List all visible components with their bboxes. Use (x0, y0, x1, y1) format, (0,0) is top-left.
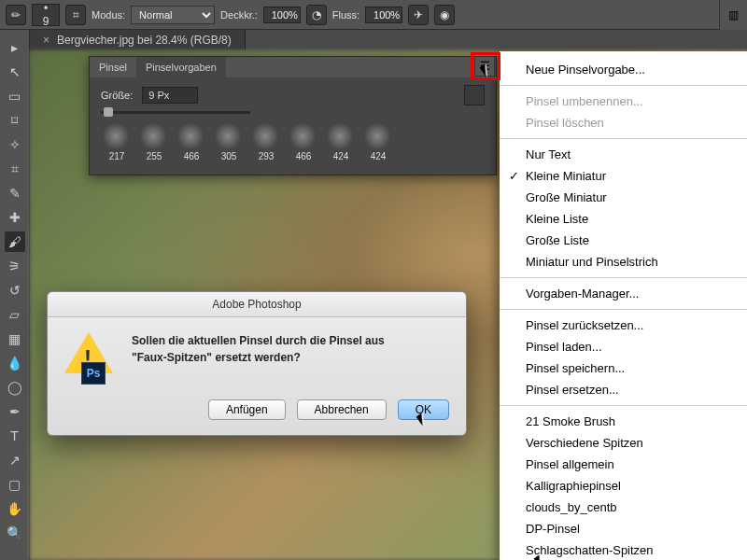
warning-icon: Ps (64, 332, 117, 385)
tab-brush[interactable]: Pinsel (90, 57, 136, 77)
brush-thumbnail[interactable]: 466 (176, 123, 207, 161)
history-brush-tool[interactable]: ↺ (5, 280, 25, 301)
brush-size-label: Größe: (101, 90, 133, 101)
flow-input[interactable] (365, 7, 402, 23)
document-tab[interactable]: × Bergviecher.jpg bei 28.4% (RGB/8) (30, 30, 246, 50)
gradient-tool[interactable]: ▦ (5, 329, 25, 349)
menu-replace-brushes[interactable]: Pinsel ersetzen... (500, 379, 747, 400)
brush-thumbnail[interactable]: 255 (138, 123, 170, 161)
menu-large-list[interactable]: Große Liste (500, 230, 747, 251)
eraser-tool[interactable]: ▱ (5, 304, 25, 325)
airbrush-icon[interactable]: ✈ (408, 5, 429, 25)
size-pressure-icon[interactable]: ◉ (434, 5, 455, 25)
menu-preset-manager[interactable]: Vorgaben-Manager... (500, 283, 747, 304)
brush-flyout-menu: Neue Pinselvorgabe... Pinsel umbenennen.… (500, 51, 747, 560)
marquee-tool[interactable]: ▭ (5, 86, 25, 106)
menu-large-thumbnail[interactable]: Große Miniatur (500, 187, 747, 208)
menu-small-list[interactable]: Kleine Liste (500, 208, 747, 230)
menu-brush-set[interactable]: DP-Pinsel (500, 518, 747, 539)
zoom-tool[interactable]: 🔍 (5, 523, 25, 543)
menu-brush-set[interactable]: Pinsel allgemein (500, 454, 747, 475)
new-brush-icon[interactable] (464, 85, 485, 105)
collapse-icon[interactable]: ▸ (5, 37, 25, 58)
eyedropper-tool[interactable]: ✎ (5, 183, 25, 203)
menu-stroke-thumbnail[interactable]: Miniatur und Pinselstrich (500, 251, 747, 273)
pen-tool[interactable]: ✒ (5, 401, 25, 422)
path-tool[interactable]: ↗ (5, 450, 25, 470)
stamp-tool[interactable]: ⚞ (5, 256, 25, 276)
menu-brush-set[interactable]: clouds_by_centb (500, 497, 747, 518)
brush-thumbnail[interactable]: 305 (213, 123, 245, 161)
healing-tool[interactable]: ✚ (5, 207, 25, 228)
dodge-tool[interactable]: ◯ (5, 377, 25, 398)
dialog-title: Adobe Photoshop (48, 292, 466, 317)
mode-label: Modus: (92, 9, 125, 21)
menu-small-thumbnail[interactable]: Kleine Miniatur (500, 165, 747, 187)
wand-tool[interactable]: ✧ (5, 134, 25, 155)
tab-brush-presets[interactable]: Pinselvorgaben (136, 57, 226, 77)
options-bar: ✏ •9 ⌗ Modus: Normal Deckkr.: ◔ Fluss: ✈… (0, 0, 747, 30)
document-title: Bergviecher.jpg bei 28.4% (RGB/8) (57, 34, 232, 47)
brush-thumbnail[interactable]: 217 (101, 123, 133, 161)
ps-badge-icon: Ps (81, 362, 106, 385)
brush-tool[interactable]: 🖌 (5, 231, 25, 252)
move-tool[interactable]: ↖ (5, 62, 25, 82)
opacity-pressure-icon[interactable]: ◔ (306, 5, 327, 25)
opacity-label: Deckkr.: (220, 9, 258, 21)
brush-size-picker[interactable]: •9 (32, 4, 60, 26)
brush-thumbnail[interactable]: 424 (325, 123, 357, 161)
brush-tool-indicator: ✏ (6, 5, 26, 25)
menu-new-preset[interactable]: Neue Pinselvorgabe... (500, 59, 747, 80)
cursor-icon (482, 63, 495, 80)
brush-panel-toggle-icon[interactable]: ⌗ (65, 5, 86, 25)
cursor-icon (418, 413, 431, 429)
brush-size-slider[interactable] (101, 111, 250, 114)
hand-tool[interactable]: ✋ (5, 498, 25, 519)
brush-thumbnail[interactable]: 293 (250, 123, 282, 161)
shape-tool[interactable]: ▢ (5, 474, 25, 495)
brush-presets-panel: Pinsel Pinselvorgaben ▸▸ Größe: 9 Px 217… (89, 56, 497, 175)
cancel-button[interactable]: Abbrechen (297, 399, 387, 420)
brush-thumbnail[interactable]: 466 (288, 123, 319, 161)
opacity-input[interactable] (263, 7, 301, 23)
append-button[interactable]: Anfügen (208, 399, 286, 420)
menu-brush-set[interactable]: Verschiedene Spitzen (500, 432, 747, 454)
confirm-dialog: Adobe Photoshop Ps Sollen die aktuellen … (47, 291, 467, 436)
blur-tool[interactable]: 💧 (5, 353, 25, 373)
panel-strip-icon[interactable]: ▥ (719, 0, 747, 30)
menu-rename-brush: Pinsel umbenennen... (500, 91, 747, 112)
blend-mode-select[interactable]: Normal (131, 6, 215, 24)
menu-load-brushes[interactable]: Pinsel laden... (500, 336, 747, 357)
crop-tool[interactable]: ⌗ (5, 159, 25, 179)
menu-brush-set[interactable]: Kalligraphiepinsel (500, 475, 747, 497)
menu-brush-set[interactable]: 21 Smoke Brush (500, 411, 747, 432)
cursor-icon (536, 554, 549, 560)
type-tool[interactable]: T (5, 426, 25, 446)
close-tab-icon[interactable]: × (43, 34, 49, 47)
brush-size-value[interactable]: 9 Px (142, 87, 198, 104)
tool-palette: ▸ ↖ ▭ ⌑ ✧ ⌗ ✎ ✚ 🖌 ⚞ ↺ ▱ ▦ 💧 ◯ ✒ T ↗ ▢ ✋ … (0, 30, 30, 560)
menu-reset-brushes[interactable]: Pinsel zurücksetzen... (500, 315, 747, 336)
menu-text-only[interactable]: Nur Text (500, 144, 747, 165)
menu-delete-brush: Pinsel löschen (500, 112, 747, 133)
flow-label: Fluss: (332, 9, 359, 21)
brush-thumbnail[interactable]: 424 (362, 123, 394, 161)
lasso-tool[interactable]: ⌑ (5, 110, 25, 131)
menu-save-brushes[interactable]: Pinsel speichern... (500, 357, 747, 379)
dialog-message: Sollen die aktuellen Pinsel durch die Pi… (132, 332, 385, 385)
